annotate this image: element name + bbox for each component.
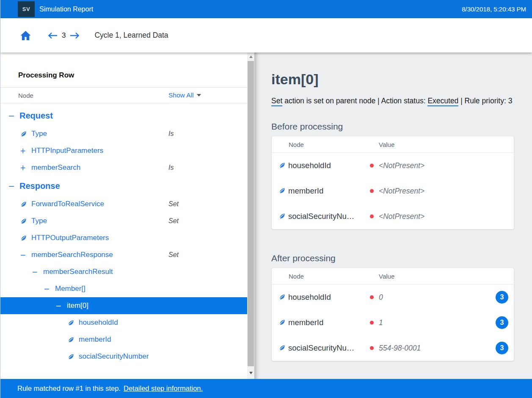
tree-item-label[interactable]: memberSearchResponse bbox=[31, 251, 113, 259]
node-name: householdId bbox=[288, 293, 331, 302]
leaf-icon bbox=[278, 319, 286, 326]
table-header: Node Value bbox=[272, 268, 514, 285]
tree-item-memberid[interactable]: memberId bbox=[0, 331, 247, 348]
tree-item-label[interactable]: householdId bbox=[79, 318, 118, 327]
tree-item-label[interactable]: Type bbox=[31, 217, 47, 225]
detailed-step-link[interactable]: Detailed step information. bbox=[124, 384, 203, 392]
tree-item-action: Is bbox=[168, 130, 174, 138]
scrollbar-thumb[interactable] bbox=[248, 61, 254, 366]
tree-item-type[interactable]: TypeIs bbox=[0, 125, 247, 142]
leaf-icon bbox=[20, 218, 27, 225]
leaf-icon bbox=[278, 162, 286, 169]
node-column-label: Node bbox=[18, 92, 33, 99]
collapse-icon[interactable]: − bbox=[8, 181, 15, 191]
node-column-header: Node bbox=[289, 272, 304, 279]
tree-item-httpinputparameters[interactable]: +HTTPInputParameters bbox=[0, 142, 247, 159]
tree-item-action: Set bbox=[168, 200, 179, 208]
tree-item-label[interactable]: HTTPOutputParameters bbox=[31, 234, 109, 242]
navigation-bar: 3 Cycle 1, Learned Data bbox=[0, 18, 532, 53]
processing-tree: −RequestTypeIs+HTTPInputParameters+membe… bbox=[0, 106, 247, 365]
tree-item-label[interactable]: HTTPInputParameters bbox=[31, 146, 103, 155]
value-cell: <NotPresent> bbox=[370, 212, 424, 221]
panel-title: Processing Row bbox=[18, 71, 247, 80]
action-summary: Set action is set on parent node | Actio… bbox=[271, 95, 516, 106]
value-column-header: Value bbox=[379, 272, 394, 279]
tree-item-action: Set bbox=[168, 251, 179, 259]
tree-item-membersearch[interactable]: +memberSearchIs bbox=[0, 159, 247, 176]
leaf-icon bbox=[67, 336, 74, 343]
before-processing-section: Before processing Node Value householdId… bbox=[271, 122, 532, 229]
node-cell: householdId bbox=[278, 161, 331, 170]
action-status[interactable]: Executed bbox=[427, 97, 458, 106]
tree-item-label[interactable]: socialSecurityNumber bbox=[79, 352, 149, 361]
tree-item-response[interactable]: −Response bbox=[0, 176, 247, 196]
rule-badge[interactable]: 3 bbox=[496, 291, 508, 304]
rule-badge[interactable]: 3 bbox=[496, 316, 508, 329]
tree-item-membersearchresponse[interactable]: −memberSearchResponseSet bbox=[0, 246, 247, 263]
tree-item-label[interactable]: ForwardToRealService bbox=[31, 200, 104, 208]
leaf-icon bbox=[20, 235, 27, 242]
leaf-icon bbox=[20, 130, 27, 138]
tree-item-membersearchresult[interactable]: −memberSearchResult bbox=[0, 263, 247, 280]
collapse-icon[interactable]: − bbox=[32, 268, 38, 276]
tree-item-label[interactable]: Member[] bbox=[55, 285, 85, 293]
changed-indicator-dot bbox=[370, 346, 374, 350]
action-name[interactable]: Set bbox=[271, 97, 282, 106]
after-processing-heading: After processing bbox=[271, 253, 532, 263]
previous-step-arrow-icon[interactable] bbox=[47, 31, 58, 40]
node-name: memberId bbox=[288, 186, 323, 196]
page-title: item[0] bbox=[271, 71, 532, 88]
node-name: memberId bbox=[288, 318, 323, 327]
tree-item-member[interactable]: −Member[] bbox=[0, 280, 247, 297]
collapse-icon[interactable]: − bbox=[55, 301, 61, 310]
show-all-dropdown[interactable]: Show All bbox=[168, 91, 201, 99]
tree-item-socialsecuritynumber[interactable]: socialSecurityNumber bbox=[0, 348, 247, 365]
tree-item-request[interactable]: −Request bbox=[0, 106, 247, 125]
tree-item-type[interactable]: TypeSet bbox=[0, 213, 247, 229]
node-cell: memberId bbox=[278, 318, 323, 327]
value-column-header: Value bbox=[379, 141, 394, 148]
tree-item-item-0[interactable]: −item[0] bbox=[0, 297, 247, 314]
home-icon[interactable] bbox=[20, 30, 31, 41]
breadcrumb: Cycle 1, Learned Data bbox=[94, 31, 168, 40]
expand-icon[interactable]: + bbox=[20, 146, 26, 155]
node-value: <NotPresent> bbox=[379, 186, 424, 195]
scroll-down-icon[interactable] bbox=[247, 370, 254, 376]
rule-badge[interactable]: 3 bbox=[496, 342, 508, 354]
tree-item-label[interactable]: memberSearch bbox=[31, 163, 80, 172]
value-cell: <NotPresent> bbox=[370, 161, 424, 170]
tree-item-forwardtorealservice[interactable]: ForwardToRealServiceSet bbox=[0, 196, 247, 213]
tree-item-action: Is bbox=[168, 164, 174, 171]
leaf-icon bbox=[67, 319, 74, 326]
tree-item-httpoutputparameters[interactable]: HTTPOutputParameters bbox=[0, 229, 247, 246]
table-row: socialSecurityNu…554-98-00013 bbox=[272, 335, 514, 361]
scroll-up-icon[interactable] bbox=[247, 53, 254, 60]
table-row: householdId03 bbox=[272, 285, 514, 310]
tree-item-label[interactable]: Response bbox=[19, 181, 60, 191]
changed-indicator-dot bbox=[370, 163, 374, 167]
expand-icon[interactable]: + bbox=[20, 163, 26, 172]
top-bar: SV Simulation Report 8/30/2018, 5:20:43 … bbox=[0, 0, 532, 18]
node-value: 1 bbox=[379, 318, 383, 327]
node-cell: socialSecurityNu… bbox=[278, 343, 354, 353]
left-panel-scrollbar[interactable] bbox=[247, 53, 254, 379]
tree-item-label[interactable]: Type bbox=[31, 130, 47, 138]
collapse-icon[interactable]: − bbox=[20, 251, 26, 259]
changed-indicator-dot bbox=[370, 214, 374, 218]
value-cell: <NotPresent> bbox=[370, 186, 424, 195]
tree-item-label[interactable]: Request bbox=[19, 111, 53, 121]
collapse-icon[interactable]: − bbox=[44, 285, 50, 293]
after-processing-table: Node Value householdId03memberId13social… bbox=[271, 268, 514, 361]
tree-item-householdid[interactable]: householdId bbox=[0, 314, 247, 331]
tree-item-label[interactable]: memberId bbox=[79, 335, 111, 344]
tree-item-label[interactable]: memberSearchResult bbox=[43, 268, 113, 276]
changed-indicator-dot bbox=[370, 189, 374, 193]
rule-priority-text: | Rule priority: 3 bbox=[458, 97, 512, 105]
next-step-arrow-icon[interactable] bbox=[69, 31, 80, 40]
leaf-icon bbox=[278, 344, 286, 351]
node-value: 0 bbox=[379, 293, 383, 301]
tree-item-label[interactable]: item[0] bbox=[67, 301, 88, 310]
collapse-icon[interactable]: − bbox=[8, 111, 15, 120]
changed-indicator-dot bbox=[370, 321, 374, 324]
node-name: socialSecurityNu… bbox=[288, 212, 354, 221]
